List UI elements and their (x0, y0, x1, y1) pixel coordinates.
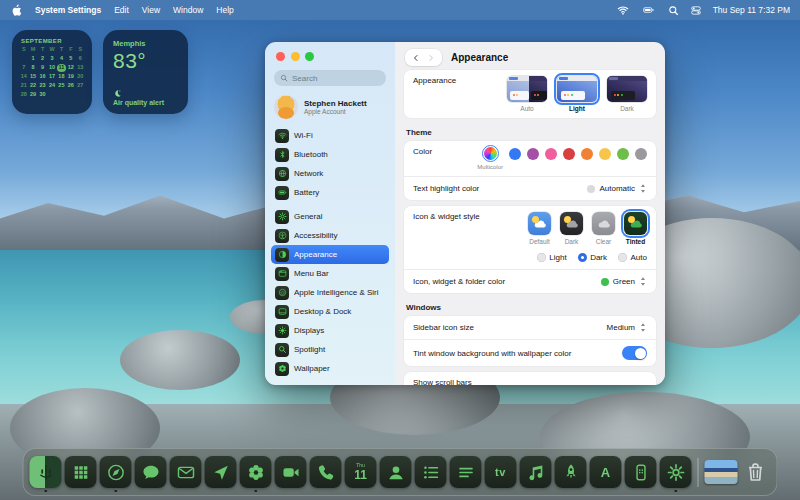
minimize-button[interactable] (291, 52, 300, 61)
icon-style-label: Clear (596, 238, 612, 245)
search-status-icon[interactable] (668, 5, 679, 16)
sidebar-item-accessibility[interactable]: Accessibility (271, 226, 389, 245)
sidebar-item-appearance[interactable]: Appearance (271, 245, 389, 264)
icon-style-option-default[interactable]: Default (528, 212, 551, 245)
compass-icon (106, 463, 125, 482)
zoom-button[interactable] (305, 52, 314, 61)
sidebar-item-network[interactable]: Network (271, 164, 389, 183)
system-settings-window: Search Stephen Hackett Apple Account Wi-… (265, 42, 665, 385)
menu-view[interactable]: View (142, 5, 160, 15)
apple-menu-icon[interactable] (11, 4, 22, 17)
wifi-status-icon[interactable] (617, 4, 629, 16)
swatch-f5c64b[interactable] (599, 148, 611, 160)
dock-iphone-mirroring[interactable] (625, 456, 657, 488)
sidebar-group: Notifications (271, 383, 389, 385)
appearance-thumb (507, 76, 547, 102)
icon-style-option-clear[interactable]: Clear (592, 212, 615, 245)
sidebar-item-battery[interactable]: Battery (271, 183, 389, 202)
appearance-option-auto[interactable]: Auto (507, 76, 547, 112)
back-button[interactable] (412, 54, 420, 62)
search-input[interactable]: Search (274, 70, 386, 86)
menu-help[interactable]: Help (216, 5, 233, 15)
appearance-options: AutoLightDark (507, 76, 647, 112)
sidebar-item-apple-intelligence-siri[interactable]: Apple Intelligence & Siri (271, 283, 389, 302)
sidebar-item-wi-fi[interactable]: Wi-Fi (271, 126, 389, 145)
swatch-a550a7[interactable] (527, 148, 539, 160)
app-store-icon: A (601, 465, 610, 480)
menubar-clock[interactable]: Thu Sep 11 7:32 PM (713, 5, 790, 15)
calendar-widget[interactable]: SEPTEMBER SMTWTFS12345678910111213141516… (12, 30, 92, 114)
calendar-day: 20 (76, 73, 85, 81)
sidebar-item-displays[interactable]: Displays (271, 321, 389, 340)
icon-style-card: Icon & widget style DefaultDarkClearTint… (404, 206, 656, 293)
dockpane-icon (275, 305, 289, 319)
highlight-swatch (587, 185, 595, 193)
dock-system-settings[interactable] (660, 456, 692, 488)
menu-window[interactable]: Window (173, 5, 203, 15)
tint-window-toggle[interactable] (622, 346, 647, 360)
dock-reminders[interactable] (415, 456, 447, 488)
calendar-day: 13 (76, 64, 85, 72)
icon-style-option-tinted[interactable]: Tinted (624, 212, 647, 245)
dock-photos[interactable] (240, 456, 272, 488)
menu-edit[interactable]: Edit (114, 5, 129, 15)
swatch-6fbd4b[interactable] (617, 148, 629, 160)
dock-safari[interactable] (100, 456, 132, 488)
icon-style-label: Dark (565, 238, 579, 245)
stepper-icon (639, 183, 647, 194)
sidebar-item-notifications[interactable]: Notifications (271, 383, 389, 385)
menubar-app-name[interactable]: System Settings (35, 5, 101, 15)
swatch-d83f41[interactable] (563, 148, 575, 160)
appearance-option-light[interactable]: Light (557, 76, 597, 112)
sidebar-item-wallpaper[interactable]: Wallpaper (271, 359, 389, 378)
sidebar-size-select[interactable]: Medium (607, 322, 647, 333)
sidebar-size-label: Sidebar icon size (413, 323, 474, 332)
dock-messages[interactable] (135, 456, 167, 488)
dock-app-store[interactable]: A (590, 456, 622, 488)
dock-facetime[interactable] (275, 456, 307, 488)
mode-radio-auto[interactable]: Auto (618, 253, 647, 262)
dock-mail[interactable] (170, 456, 202, 488)
sidebar-item-desktop-dock[interactable]: Desktop & Dock (271, 302, 389, 321)
close-button[interactable] (276, 52, 285, 61)
folder-color-select[interactable]: Green (601, 276, 647, 287)
sidebar-item-general[interactable]: General (271, 207, 389, 226)
sidebar-item-spotlight[interactable]: Spotlight (271, 340, 389, 359)
mode-radio-dark[interactable]: Dark (578, 253, 607, 262)
dock-tv[interactable]: tv (485, 456, 517, 488)
dock-contacts[interactable] (380, 456, 412, 488)
mode-radio-light[interactable]: Light (537, 253, 567, 262)
minimized-window-thumbnail[interactable] (705, 460, 738, 484)
calendar-day: 28 (19, 91, 28, 99)
swatch-9a9a9e[interactable] (635, 148, 647, 160)
swatch-multicolor[interactable]: Multicolor (477, 147, 503, 170)
dock-maps[interactable] (205, 456, 237, 488)
dock-music[interactable] (520, 456, 552, 488)
dock-rocket[interactable] (555, 456, 587, 488)
settings-scroll-area[interactable]: Appearance AutoLightDark Theme Color Mul… (395, 68, 665, 385)
calendar-day: 21 (19, 82, 28, 90)
dock-trash[interactable] (741, 456, 771, 488)
apple-account-item[interactable]: Stephen Hackett Apple Account (274, 95, 386, 119)
battery-status-icon[interactable] (640, 4, 657, 16)
swatch-ef8333[interactable] (581, 148, 593, 160)
sidebar-item-bluetooth[interactable]: Bluetooth (271, 145, 389, 164)
siri-icon (275, 286, 289, 300)
control-center-icon[interactable] (690, 5, 702, 16)
icon-style-option-dark[interactable]: Dark (560, 212, 583, 245)
calendar-grid: SMTWTFS123456789101112131415161718192021… (19, 46, 85, 99)
flower-icon (275, 362, 289, 376)
weather-widget[interactable]: Memphis 83° Air quality alert (103, 30, 188, 114)
swatch-3478f6[interactable] (509, 148, 521, 160)
dock-phone[interactable] (310, 456, 342, 488)
swatch-f05e9d[interactable] (545, 148, 557, 160)
highlight-color-select[interactable]: Automatic (587, 183, 647, 194)
dock-finder[interactable] (30, 456, 62, 488)
calendar-blank (19, 55, 28, 63)
dock-notes[interactable] (450, 456, 482, 488)
forward-button[interactable] (427, 54, 435, 62)
dock-calendar[interactable]: Thu11 (345, 456, 377, 488)
sidebar-item-menu-bar[interactable]: Menu Bar (271, 264, 389, 283)
appearance-option-dark[interactable]: Dark (607, 76, 647, 112)
dock-launchpad[interactable] (65, 456, 97, 488)
